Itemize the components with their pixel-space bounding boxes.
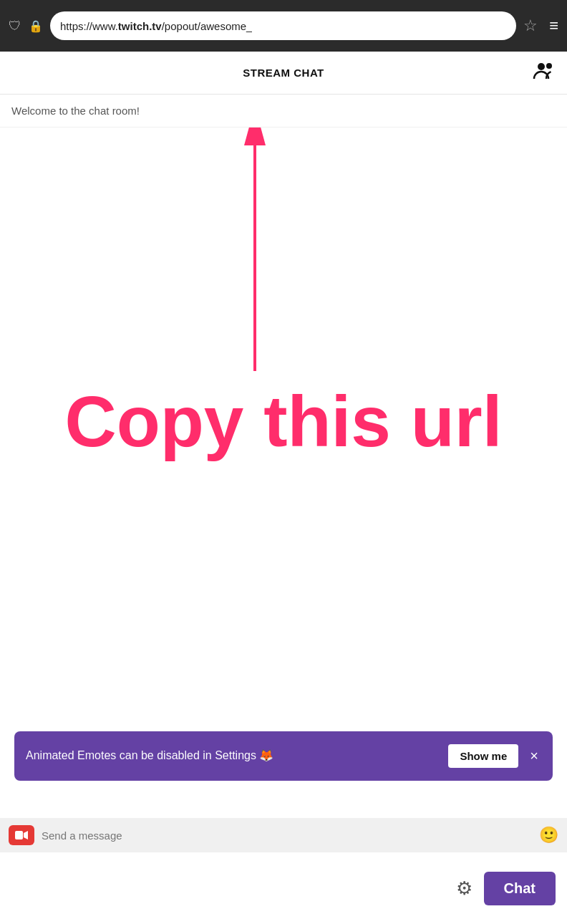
lock-icon: 🔒 [29, 19, 43, 33]
close-notification-button[interactable]: × [527, 745, 541, 767]
users-icon[interactable] [533, 60, 556, 85]
svg-point-1 [546, 63, 552, 69]
welcome-message: Welcome to the chat room! [0, 95, 567, 127]
message-input-area: 🙂 [0, 818, 567, 852]
emote-picker-button[interactable]: 🙂 [539, 826, 558, 844]
video-icon-button[interactable] [9, 825, 34, 845]
overlay-instruction-text: Copy this url [64, 382, 502, 461]
main-content: Copy this url [0, 127, 567, 715]
settings-button[interactable]: ⚙ [456, 877, 472, 900]
chat-title: STREAM CHAT [243, 67, 324, 79]
notification-text: Animated Emotes can be disabled in Setti… [26, 748, 440, 764]
shield-icon: 🛡 [9, 19, 21, 34]
menu-icon[interactable]: ≡ [549, 16, 558, 35]
chat-header: STREAM CHAT [0, 52, 567, 95]
address-bar[interactable]: https://www.twitch.tv/popout/awesome_ [50, 11, 516, 40]
notification-banner: Animated Emotes can be disabled in Setti… [14, 731, 553, 781]
url-text: https://www.twitch.tv/popout/awesome_ [60, 20, 252, 32]
svg-point-0 [538, 63, 545, 70]
annotation-arrow [241, 127, 269, 378]
show-me-button[interactable]: Show me [448, 744, 518, 768]
svg-rect-4 [15, 831, 23, 839]
chat-button[interactable]: Chat [484, 872, 556, 905]
bottom-bar: ⚙ Chat [0, 852, 567, 924]
browser-chrome: 🛡 🔒 https://www.twitch.tv/popout/awesome… [0, 0, 567, 52]
svg-marker-5 [24, 831, 28, 839]
message-input[interactable] [42, 829, 532, 842]
svg-marker-3 [244, 127, 266, 145]
bookmark-icon[interactable]: ☆ [523, 16, 538, 35]
